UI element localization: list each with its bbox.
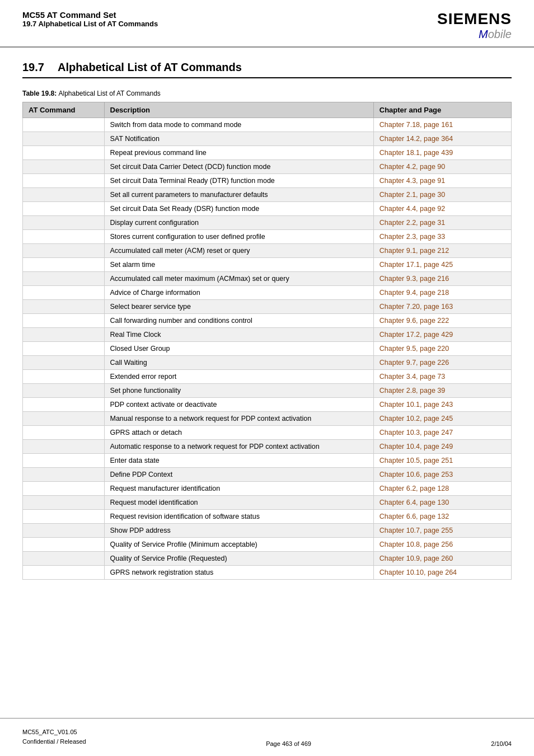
table-row: Stores current configuration to user def… bbox=[23, 230, 512, 244]
table-row: Repeat previous command lineChapter 18.1… bbox=[23, 146, 512, 160]
cell-command bbox=[23, 216, 105, 230]
table-row: Request model identificationChapter 6.4,… bbox=[23, 496, 512, 510]
page-footer: MC55_ATC_V01.05 Confidential / Released … bbox=[0, 718, 534, 756]
table-header-row: AT Command Description Chapter and Page bbox=[23, 102, 512, 118]
cell-command bbox=[23, 384, 105, 398]
footer-date: 2/10/04 bbox=[491, 740, 512, 747]
cell-chapter: Chapter 9.6, page 222 bbox=[373, 314, 511, 328]
cell-description: PDP context activate or deactivate bbox=[104, 398, 373, 412]
table-row: Request revision identification of softw… bbox=[23, 510, 512, 524]
cell-command bbox=[23, 566, 105, 580]
cell-command bbox=[23, 328, 105, 342]
main-content: 19.7 Alphabetical List of AT Commands Ta… bbox=[0, 48, 534, 602]
cell-chapter: Chapter 10.2, page 245 bbox=[373, 412, 511, 426]
cell-command bbox=[23, 258, 105, 272]
cell-command bbox=[23, 524, 105, 538]
table-label-text: Alphabetical List of AT Commands bbox=[58, 90, 160, 97]
cell-description: Enter data state bbox=[104, 454, 373, 468]
table-row: Advice of Charge informationChapter 9.4,… bbox=[23, 286, 512, 300]
table-row: Define PDP ContextChapter 10.6, page 253 bbox=[23, 468, 512, 482]
footer-confidential: Confidential / Released bbox=[22, 737, 86, 747]
cell-command bbox=[23, 342, 105, 356]
table-row: Automatic response to a network request … bbox=[23, 440, 512, 454]
cell-chapter: Chapter 10.8, page 256 bbox=[373, 538, 511, 552]
table-row: Quality of Service Profile (Minimum acce… bbox=[23, 538, 512, 552]
cell-command bbox=[23, 426, 105, 440]
table-row: Display current configurationChapter 2.2… bbox=[23, 216, 512, 230]
cell-description: Switch from data mode to command mode bbox=[104, 118, 373, 132]
cell-chapter: Chapter 4.2, page 90 bbox=[373, 160, 511, 174]
doc-title: MC55 AT Command Set bbox=[22, 10, 158, 20]
col-header-description: Description bbox=[104, 102, 373, 118]
doc-subtitle: 19.7 Alphabetical List of AT Commands bbox=[22, 20, 158, 28]
cell-command bbox=[23, 370, 105, 384]
cell-chapter: Chapter 4.4, page 92 bbox=[373, 202, 511, 216]
table-row: Set circuit Data Terminal Ready (DTR) fu… bbox=[23, 174, 512, 188]
cell-command bbox=[23, 398, 105, 412]
table-row: Call WaitingChapter 9.7, page 226 bbox=[23, 356, 512, 370]
cell-description: Automatic response to a network request … bbox=[104, 440, 373, 454]
cell-description: Call forwarding number and conditions co… bbox=[104, 314, 373, 328]
cell-description: Define PDP Context bbox=[104, 468, 373, 482]
table-row: Set phone functionalityChapter 2.8, page… bbox=[23, 384, 512, 398]
cell-chapter: Chapter 10.7, page 255 bbox=[373, 524, 511, 538]
table-row: Real Time ClockChapter 17.2, page 429 bbox=[23, 328, 512, 342]
cell-chapter: Chapter 7.20, page 163 bbox=[373, 300, 511, 314]
cell-description: Show PDP address bbox=[104, 524, 373, 538]
cell-command bbox=[23, 510, 105, 524]
cell-chapter: Chapter 2.2, page 31 bbox=[373, 216, 511, 230]
cell-chapter: Chapter 10.9, page 260 bbox=[373, 552, 511, 566]
cell-command bbox=[23, 314, 105, 328]
cell-command bbox=[23, 230, 105, 244]
section-number: 19.7 bbox=[22, 61, 44, 74]
cell-command bbox=[23, 174, 105, 188]
cell-command bbox=[23, 440, 105, 454]
cell-chapter: Chapter 3.4, page 73 bbox=[373, 370, 511, 384]
cell-command bbox=[23, 244, 105, 258]
cell-command bbox=[23, 482, 105, 496]
cell-description: Manual response to a network request for… bbox=[104, 412, 373, 426]
page-header: MC55 AT Command Set 19.7 Alphabetical Li… bbox=[0, 0, 534, 48]
siemens-mobile: Mobile bbox=[437, 28, 512, 41]
table-row: GPRS attach or detachChapter 10.3, page … bbox=[23, 426, 512, 440]
table-label: Table 19.8: Alphabetical List of AT Comm… bbox=[22, 90, 512, 97]
mobile-m: M bbox=[479, 28, 488, 40]
cell-description: Request manufacturer identification bbox=[104, 482, 373, 496]
cell-description: GPRS network registration status bbox=[104, 566, 373, 580]
cell-description: Request revision identification of softw… bbox=[104, 510, 373, 524]
cell-chapter: Chapter 10.5, page 251 bbox=[373, 454, 511, 468]
col-header-command: AT Command bbox=[23, 102, 105, 118]
cell-description: Select bearer service type bbox=[104, 300, 373, 314]
cell-chapter: Chapter 10.6, page 253 bbox=[373, 468, 511, 482]
cell-description: Set all current parameters to manufactur… bbox=[104, 188, 373, 202]
cell-command bbox=[23, 496, 105, 510]
table-row: GPRS network registration statusChapter … bbox=[23, 566, 512, 580]
table-row: Set all current parameters to manufactur… bbox=[23, 188, 512, 202]
table-row: Call forwarding number and conditions co… bbox=[23, 314, 512, 328]
cell-command bbox=[23, 188, 105, 202]
siemens-logo: SIEMENS bbox=[437, 10, 512, 28]
cell-chapter: Chapter 6.6, page 132 bbox=[373, 510, 511, 524]
cell-description: Extended error report bbox=[104, 370, 373, 384]
cell-chapter: Chapter 10.3, page 247 bbox=[373, 426, 511, 440]
cell-description: Accumulated call meter maximum (ACMmax) … bbox=[104, 272, 373, 286]
table-row: Quality of Service Profile (Requested)Ch… bbox=[23, 552, 512, 566]
table-row: Accumulated call meter maximum (ACMmax) … bbox=[23, 272, 512, 286]
cell-command bbox=[23, 454, 105, 468]
footer-doc-id: MC55_ATC_V01.05 bbox=[22, 727, 86, 738]
cell-chapter: Chapter 2.3, page 33 bbox=[373, 230, 511, 244]
cell-chapter: Chapter 9.1, page 212 bbox=[373, 244, 511, 258]
footer-left: MC55_ATC_V01.05 Confidential / Released bbox=[22, 727, 86, 747]
cell-description: Display current configuration bbox=[104, 216, 373, 230]
section-title: Alphabetical List of AT Commands bbox=[58, 61, 242, 74]
table-row: Set circuit Data Carrier Detect (DCD) fu… bbox=[23, 160, 512, 174]
cell-chapter: Chapter 17.2, page 429 bbox=[373, 328, 511, 342]
cell-chapter: Chapter 9.5, page 220 bbox=[373, 342, 511, 356]
cell-description: GPRS attach or detach bbox=[104, 426, 373, 440]
table-row: Set circuit Data Set Ready (DSR) functio… bbox=[23, 202, 512, 216]
footer-page: Page 463 of 469 bbox=[266, 740, 311, 747]
cell-chapter: Chapter 18.1, page 439 bbox=[373, 146, 511, 160]
cell-command bbox=[23, 118, 105, 132]
table-row: Show PDP addressChapter 10.7, page 255 bbox=[23, 524, 512, 538]
table-row: Set alarm timeChapter 17.1, page 425 bbox=[23, 258, 512, 272]
